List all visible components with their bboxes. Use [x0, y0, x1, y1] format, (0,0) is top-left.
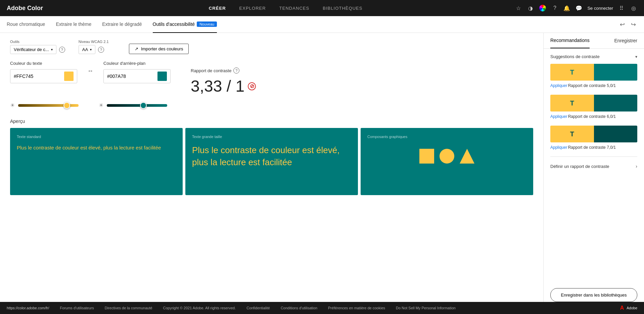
account-icon[interactable]: ◎ — [630, 4, 637, 12]
adobe-text: Adobe — [627, 306, 637, 310]
footer-right: A Adobe — [620, 305, 637, 311]
chat-icon[interactable]: 💬 — [575, 4, 583, 12]
nouveau-badge: Nouveau — [197, 21, 217, 27]
preview-graphic-title: Composants graphiques — [367, 135, 526, 139]
import-icon: ↗ — [135, 46, 138, 51]
right-panel-body: Suggestions de contraste ▾ T Appliquer R… — [544, 49, 644, 281]
sub-nav-right: ↩ ↪ — [618, 19, 637, 30]
brightness-icon-bg: ☀ — [99, 102, 103, 108]
contrast-fail-icon: ⊘ — [248, 82, 256, 90]
apps-icon[interactable]: ⠿ — [618, 4, 625, 12]
suggestions-title: Suggestions de contraste — [550, 54, 600, 59]
bg-color-input-row: #007A78 — [103, 69, 171, 83]
divider — [550, 156, 637, 157]
sliders-row: ☀ ☀ — [10, 102, 533, 108]
save-libraries-button[interactable]: Enregistrer dans les bibliothèques — [550, 288, 637, 302]
bell-icon[interactable]: 🔔 — [563, 4, 570, 12]
tool-help-icon[interactable]: ? — [59, 47, 65, 53]
suggestion-2-meta: Appliquer Rapport de contraste 6,0/1 — [550, 114, 637, 119]
text-color-input-row: #FFC745 — [10, 69, 77, 83]
right-panel: Recommandations Enregistrer Suggestions … — [543, 33, 644, 302]
colorwheel-icon[interactable] — [539, 4, 546, 12]
preview-graphic-card: Composants graphiques — [361, 128, 533, 195]
footer-forums[interactable]: Forums d'utilisateurs — [60, 306, 94, 310]
bg-color-input[interactable]: #007A78 — [107, 74, 155, 79]
suggestion-2-preview: T — [550, 95, 637, 111]
nav-creer[interactable]: CRÉER — [209, 6, 226, 11]
suggestion-3: T Appliquer Rapport de contraste 7,0/1 — [550, 126, 637, 150]
text-color-label: Couleur du texte — [10, 61, 77, 66]
text-color-thumb[interactable] — [63, 102, 70, 109]
import-button[interactable]: ↗ Importer des couleurs — [129, 44, 189, 54]
suggestion-3-apply[interactable]: Appliquer — [550, 145, 567, 150]
footer-confidentialite[interactable]: Confidentialité — [246, 306, 270, 310]
suggestion-2-apply[interactable]: Appliquer — [550, 114, 567, 119]
suggestion-1-preview: T — [550, 64, 637, 81]
tab-recommandations[interactable]: Recommandations — [550, 33, 590, 48]
suggestion-1-apply[interactable]: Appliquer — [550, 83, 567, 88]
suggestion-2: T Appliquer Rapport de contraste 6,0/1 — [550, 95, 637, 119]
footer-directives[interactable]: Directives de la communauté — [105, 306, 152, 310]
wcag-select-dropdown[interactable]: AA ▾ — [79, 45, 95, 54]
suggestions-chevron-icon[interactable]: ▾ — [635, 54, 637, 59]
contrast-value: 3,33 / 1 ⊘ — [191, 77, 256, 95]
footer-cookies[interactable]: Préférences en matière de cookies — [328, 306, 385, 310]
shape-square — [419, 149, 434, 164]
footer-conditions[interactable]: Conditions d'utilisation — [281, 306, 317, 310]
suggestions-header: Suggestions de contraste ▾ — [550, 54, 637, 59]
top-nav: Adobe Color CRÉER EXPLORER TENDANCES BIB… — [0, 0, 644, 16]
nav-tendances[interactable]: TENDANCES — [279, 6, 310, 11]
tools-row: Outils Vérificateur de c... ▾ ? Niveau W… — [10, 40, 533, 54]
bg-color-slider[interactable] — [107, 104, 167, 107]
suggestion-1-rapport: Rapport de contraste 5,0/1 — [568, 83, 616, 88]
suggestion-3-preview: T — [550, 126, 637, 142]
contrast-help-icon[interactable]: ? — [233, 68, 239, 74]
preview-standard-card: Texte standard Plus le contraste de coul… — [10, 128, 183, 195]
footer-url: https://color.adobe.com/fr/ — [7, 306, 49, 310]
tool-select-row: Vérificateur de c... ▾ ? — [10, 45, 65, 54]
nav-links: CRÉER EXPLORER TENDANCES BIBLIOTHÈQUES — [56, 6, 515, 11]
subnav-accessibilite[interactable]: Outils d'accessibilité Nouveau — [153, 16, 217, 33]
star-icon[interactable]: ☆ — [515, 4, 522, 12]
preview-large-card: Texte grande taille Plus le contraste de… — [185, 128, 358, 195]
suggestion-3-rapport: Rapport de contraste 7,0/1 — [568, 145, 616, 150]
undo-button[interactable]: ↩ — [618, 19, 626, 30]
text-color-slider[interactable] — [18, 104, 79, 107]
define-contrast-row: Définir un rapport de contraste › — [550, 162, 637, 171]
tool-select-dropdown[interactable]: Vérificateur de c... ▾ — [10, 45, 56, 54]
right-panel-tabs: Recommandations Enregistrer — [544, 33, 644, 49]
nav-explorer[interactable]: EXPLORER — [239, 6, 266, 11]
nav-bibliotheques[interactable]: BIBLIOTHÈQUES — [323, 6, 362, 11]
chevron-down-icon: ▾ — [51, 48, 53, 51]
shape-triangle — [460, 149, 474, 164]
wcag-label: Niveau WCAG 2.1 — [79, 40, 109, 44]
text-color-group: Couleur du texte #FFC745 — [10, 61, 77, 83]
subnav-theme[interactable]: Extraire le thème — [56, 16, 91, 33]
redo-button[interactable]: ↪ — [630, 19, 637, 30]
preview-large-text: Plus le contraste de couleur est élevé, … — [192, 144, 351, 169]
help-icon[interactable]: ? — [551, 4, 558, 12]
bg-color-swatch[interactable] — [157, 72, 167, 81]
swap-colors-button[interactable]: ↔ — [84, 68, 97, 75]
shape-circle — [440, 149, 454, 164]
subnav-roue[interactable]: Roue chromatique — [7, 16, 45, 33]
footer-do-not-sell[interactable]: Do Not Sell My Personal Information — [396, 306, 456, 310]
text-color-input[interactable]: #FFC745 — [14, 74, 61, 79]
bg-color-slider-group: ☀ — [99, 102, 167, 108]
bg-color-thumb[interactable] — [140, 102, 147, 109]
moon-icon[interactable]: ◑ — [527, 4, 534, 12]
subnav-degrade[interactable]: Extraire le dégradé — [102, 16, 142, 33]
connect-button[interactable]: Se connecter — [587, 6, 613, 11]
preview-standard-text: Plus le contraste de couleur est élevé, … — [17, 144, 176, 152]
tab-enregistrer[interactable]: Enregistrer — [614, 33, 637, 48]
preview-cards: Texte standard Plus le contraste de coul… — [10, 128, 533, 195]
adobe-logo-icon: A — [620, 305, 624, 311]
contrast-ratio-section: Rapport de contraste ? 3,33 / 1 ⊘ — [191, 68, 256, 95]
wcag-help-icon[interactable]: ? — [98, 47, 104, 53]
define-contrast-chevron-icon[interactable]: › — [636, 164, 637, 169]
contrast-label: Rapport de contraste ? — [191, 68, 256, 74]
text-color-swatch[interactable] — [64, 72, 74, 81]
suggestion-1: T Appliquer Rapport de contraste 5,0/1 — [550, 64, 637, 88]
suggestion-2-rapport: Rapport de contraste 6,0/1 — [568, 114, 616, 119]
suggestion-1-left: T — [550, 64, 594, 81]
